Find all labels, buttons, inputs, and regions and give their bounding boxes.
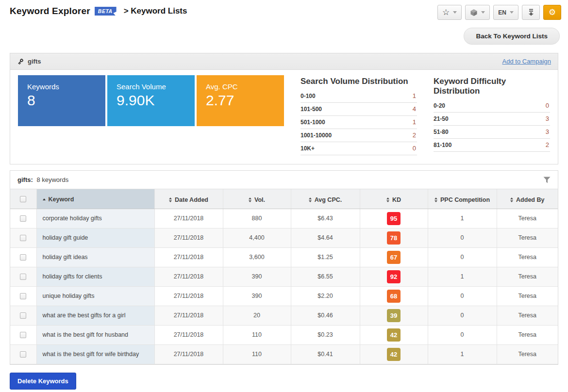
cpc-cell: $1.25 bbox=[291, 247, 360, 267]
range-count: 3 bbox=[546, 115, 549, 122]
range-label: 0-20 bbox=[434, 102, 445, 109]
row-checkbox[interactable] bbox=[20, 332, 26, 338]
kd-cell: 42 bbox=[360, 344, 428, 364]
cpc-cell: $6.55 bbox=[291, 267, 360, 286]
range-count: 1 bbox=[413, 92, 416, 99]
stat-label: Keywords bbox=[27, 82, 105, 91]
select-all-checkbox[interactable] bbox=[20, 196, 26, 202]
date-cell: 27/11/2018 bbox=[154, 325, 223, 344]
stat-card-avg-cpc: Avg. CPC 2.77 bbox=[197, 75, 284, 126]
sort-icon bbox=[169, 197, 172, 202]
column-header-ppc-competition[interactable]: PPC Competition bbox=[428, 189, 497, 209]
added-by-cell: Teresa bbox=[497, 306, 558, 325]
range-count: 2 bbox=[546, 141, 549, 148]
column-header-date-added[interactable]: Date Added bbox=[154, 189, 223, 209]
date-cell: 27/11/2018 bbox=[154, 228, 223, 247]
range-label: 21-50 bbox=[434, 115, 449, 122]
stat-value: 8 bbox=[27, 92, 105, 109]
checkbox-cell bbox=[10, 247, 36, 267]
delete-keywords-button[interactable]: Delete Keywords bbox=[10, 373, 76, 390]
range-label: 501-1000 bbox=[301, 119, 325, 126]
table-header-row: Keyword Date Added Vol. Avg CPC. KD PPC … bbox=[10, 189, 558, 209]
toolbar: ☆ EN ⚙ bbox=[437, 5, 561, 20]
kd-cell: 42 bbox=[360, 325, 428, 344]
range-label: 51-80 bbox=[434, 129, 449, 135]
language-dropdown-button[interactable]: EN bbox=[493, 5, 518, 20]
table-row: corporate holiday gifts 27/11/2018 880 $… bbox=[10, 209, 558, 228]
table-row: holiday gift guide 27/11/2018 4,400 $4.6… bbox=[10, 228, 558, 247]
vol-cell: 390 bbox=[223, 286, 291, 306]
add-to-campaign-link[interactable]: Add to Campaign bbox=[502, 58, 551, 65]
table-summary-strip: gifts: 8 keywords bbox=[10, 171, 558, 189]
row-checkbox[interactable] bbox=[20, 274, 26, 280]
distribution-row: 21-50 3 bbox=[434, 113, 550, 126]
table-row: what are the best gifts for a girl 27/11… bbox=[10, 306, 558, 325]
settings-button[interactable]: ⚙ bbox=[543, 5, 561, 20]
distribution-row: 0-20 0 bbox=[434, 99, 550, 113]
column-header-vol[interactable]: Vol. bbox=[223, 189, 291, 209]
distribution-title: Search Volume Distribution bbox=[301, 77, 417, 86]
vol-cell: 3,600 bbox=[223, 247, 291, 267]
column-label: Avg CPC. bbox=[315, 196, 342, 203]
kd-badge: 78 bbox=[387, 231, 401, 245]
cpc-cell: $4.64 bbox=[291, 228, 360, 247]
date-cell: 27/11/2018 bbox=[154, 247, 223, 267]
ppc-cell: 0 bbox=[428, 247, 497, 267]
key-icon bbox=[17, 58, 24, 65]
column-header-keyword[interactable]: Keyword bbox=[36, 189, 154, 209]
row-checkbox[interactable] bbox=[20, 312, 26, 319]
package-dropdown-button[interactable] bbox=[465, 5, 490, 20]
range-count: 4 bbox=[413, 105, 416, 113]
distribution-row: 101-500 4 bbox=[301, 103, 417, 116]
vol-cell: 20 bbox=[223, 306, 291, 325]
kd-badge: 42 bbox=[387, 348, 401, 361]
language-label: EN bbox=[498, 9, 506, 16]
delete-row: Delete Keywords bbox=[10, 373, 558, 390]
keyword-cell: what is the best gift for husband bbox=[36, 325, 154, 344]
row-checkbox[interactable] bbox=[20, 254, 26, 261]
range-label: 10K+ bbox=[301, 145, 315, 152]
download-button[interactable] bbox=[522, 5, 540, 20]
added-by-cell: Teresa bbox=[497, 247, 558, 267]
keyword-cell: holiday gift ideas bbox=[36, 247, 154, 267]
row-checkbox[interactable] bbox=[20, 351, 26, 358]
kd-badge: 68 bbox=[387, 290, 401, 303]
gear-icon: ⚙ bbox=[549, 8, 556, 16]
table-row: what is the best gift for wife birthday … bbox=[10, 344, 558, 364]
filter-button[interactable] bbox=[543, 177, 551, 183]
row-checkbox[interactable] bbox=[20, 215, 26, 222]
search-volume-distribution: Search Volume Distribution 0-100 1 101-5… bbox=[301, 75, 417, 155]
checkbox-cell bbox=[10, 306, 36, 325]
range-label: 0-100 bbox=[301, 93, 316, 99]
table-keyword-count: 8 keywords bbox=[36, 176, 68, 183]
kd-badge: 67 bbox=[387, 251, 401, 264]
column-label: Vol. bbox=[254, 196, 265, 203]
star-icon: ☆ bbox=[442, 8, 450, 16]
column-header-kd[interactable]: KD bbox=[360, 189, 428, 209]
column-header-added-by[interactable]: Added By bbox=[497, 189, 558, 209]
checkbox-cell bbox=[10, 228, 36, 247]
chevron-down-icon bbox=[510, 11, 514, 14]
favorites-dropdown-button[interactable]: ☆ bbox=[437, 5, 462, 20]
added-by-cell: Teresa bbox=[497, 228, 558, 247]
row-checkbox[interactable] bbox=[20, 293, 26, 299]
distribution-row: 1001-10000 2 bbox=[301, 129, 417, 142]
keywords-table-panel: gifts: 8 keywords Keyword Date Added bbox=[10, 170, 558, 365]
column-header-avg-cpc[interactable]: Avg CPC. bbox=[291, 189, 360, 209]
date-cell: 27/11/2018 bbox=[154, 344, 223, 364]
chevron-down-icon bbox=[481, 11, 485, 14]
sort-icon bbox=[386, 197, 389, 202]
row-checkbox[interactable] bbox=[20, 235, 26, 241]
back-to-keyword-lists-button[interactable]: Back To Keyword Lists bbox=[464, 28, 560, 45]
kd-cell: 39 bbox=[360, 306, 428, 325]
keyword-cell: holiday gift guide bbox=[36, 228, 154, 247]
date-cell: 27/11/2018 bbox=[154, 306, 223, 325]
kd-badge: 95 bbox=[387, 212, 401, 225]
stat-label: Search Volume bbox=[117, 82, 195, 91]
kd-cell: 95 bbox=[360, 209, 428, 228]
checkbox-cell bbox=[10, 209, 36, 228]
range-count: 1 bbox=[413, 118, 416, 126]
page-title: Keyword Explorer bbox=[10, 6, 90, 16]
kd-cell: 92 bbox=[360, 267, 428, 286]
top-header: Keyword Explorer BETA > Keyword Lists ☆ … bbox=[0, 0, 568, 20]
